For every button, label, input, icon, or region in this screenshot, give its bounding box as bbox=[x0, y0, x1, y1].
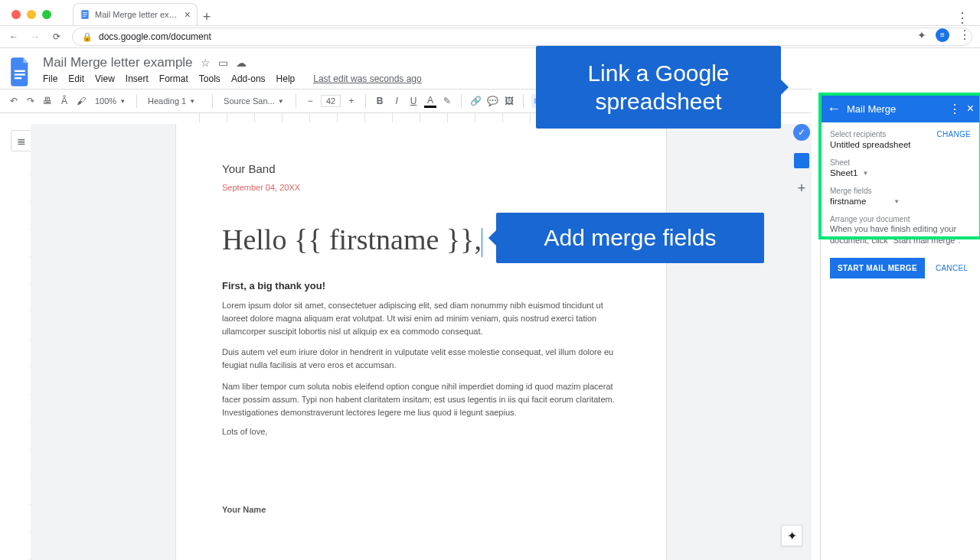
document-canvas[interactable]: Your Band September 04, 20XX Hello {{ fi… bbox=[31, 124, 812, 560]
change-spreadsheet-button[interactable]: CHANGE bbox=[936, 130, 971, 138]
redo-icon[interactable]: ↷ bbox=[24, 96, 37, 106]
omnibox[interactable]: 🔒 docs.google.com/document bbox=[72, 28, 972, 46]
doc-band: Your Band bbox=[222, 162, 620, 175]
print-icon[interactable]: 🖶 bbox=[41, 96, 54, 106]
menu-tools[interactable]: Tools bbox=[199, 73, 220, 84]
paint-format-icon[interactable]: 🖌 bbox=[75, 96, 87, 106]
font-size-dec[interactable]: − bbox=[304, 96, 316, 106]
text-color-button[interactable]: A bbox=[424, 95, 436, 108]
sidebar-title: Mail Merge bbox=[847, 103, 942, 115]
arrange-label: Arrange your document bbox=[830, 215, 971, 223]
spellcheck-icon[interactable]: Ã bbox=[58, 96, 70, 106]
recipients-value: Untitled spreadsheet bbox=[830, 140, 971, 149]
nav-reload-icon[interactable]: ⟳ bbox=[51, 31, 63, 42]
doc-subheading: First, a big thank you! bbox=[222, 280, 620, 291]
sidebar-close-icon[interactable]: × bbox=[967, 102, 974, 116]
sidebar-header: ← Mail Merge ⋮ × bbox=[821, 95, 980, 122]
bold-button[interactable]: B bbox=[374, 96, 386, 106]
menu-help[interactable]: Help bbox=[276, 73, 296, 84]
svg-rect-5 bbox=[15, 73, 25, 75]
highlight-button[interactable]: ✎ bbox=[441, 96, 453, 106]
profile-badge-icon[interactable]: ≡ bbox=[936, 28, 949, 42]
menu-edit[interactable]: Edit bbox=[68, 73, 84, 84]
browser-right-icons: ✦ ≡ ⋮ bbox=[917, 28, 971, 42]
edit-status[interactable]: Last edit was seconds ago bbox=[313, 73, 421, 84]
google-docs-logo[interactable] bbox=[9, 57, 32, 87]
merge-fields-select[interactable]: firstname▼ bbox=[830, 197, 971, 206]
svg-rect-2 bbox=[83, 14, 87, 15]
callout-add-merge-fields: Add merge fields bbox=[496, 213, 764, 263]
browser-tab-title: Mail Merge letter example - Go bbox=[95, 10, 180, 19]
sheet-select[interactable]: Sheet1▼ bbox=[830, 168, 971, 177]
star-icon[interactable]: ☆ bbox=[201, 57, 211, 69]
nav-back-icon[interactable]: ← bbox=[8, 31, 20, 42]
zoom-select[interactable]: 100%▼ bbox=[92, 95, 129, 107]
start-mail-merge-button[interactable]: START MAIL MERGE bbox=[830, 258, 925, 278]
docs-menu-bar: File Edit View Insert Format Tools Add-o… bbox=[43, 73, 422, 84]
menu-view[interactable]: View bbox=[95, 73, 115, 84]
svg-rect-1 bbox=[83, 12, 87, 13]
window-close-dot[interactable] bbox=[11, 10, 21, 19]
lock-icon: 🔒 bbox=[82, 32, 93, 42]
insert-link-icon[interactable]: 🔗 bbox=[469, 96, 482, 106]
merge-fields-label: Merge fields bbox=[830, 187, 971, 195]
cancel-button[interactable]: CANCEL bbox=[936, 264, 968, 272]
doc-signoff: Lots of love, bbox=[222, 427, 620, 436]
font-select[interactable]: Source San...▼ bbox=[220, 95, 288, 107]
chevron-down-icon: ▼ bbox=[862, 170, 868, 177]
mail-merge-sidebar: ← Mail Merge ⋮ × CHANGE Select recipient… bbox=[820, 95, 980, 560]
mac-window-controls bbox=[11, 10, 51, 19]
doc-date: September 04, 20XX bbox=[222, 183, 620, 192]
browser-tab-strip: Mail Merge letter example - Go × + bbox=[73, 4, 216, 25]
docs-companion-icon[interactable] bbox=[794, 153, 809, 168]
menu-addons[interactable]: Add-ons bbox=[231, 73, 266, 84]
doc-paragraph: Nam liber tempor cum soluta nobis eleife… bbox=[222, 380, 620, 419]
document-page[interactable]: Your Band September 04, 20XX Hello {{ fi… bbox=[176, 124, 666, 560]
callout-link-spreadsheet: Link a Google spreadsheet bbox=[536, 46, 781, 129]
nav-forward-icon[interactable]: → bbox=[29, 31, 41, 42]
browser-overflow-icon[interactable]: ⋮ bbox=[956, 9, 969, 26]
omnibox-url: docs.google.com/document bbox=[99, 31, 211, 42]
doc-footer-name: Your Name bbox=[222, 505, 620, 514]
browser-menu-icon[interactable]: ⋮ bbox=[959, 28, 971, 42]
menu-file[interactable]: File bbox=[43, 73, 57, 84]
sidebar-more-icon[interactable]: ⋮ bbox=[949, 102, 961, 116]
document-outline-button[interactable]: ≣ bbox=[11, 130, 32, 151]
svg-rect-3 bbox=[83, 16, 86, 17]
window-zoom-dot[interactable] bbox=[42, 10, 51, 19]
menu-format[interactable]: Format bbox=[159, 73, 188, 84]
sheet-label: Sheet bbox=[830, 158, 971, 167]
docs-favicon-icon bbox=[80, 9, 90, 20]
font-size-inc[interactable]: + bbox=[345, 96, 358, 106]
window-minimize-dot[interactable] bbox=[27, 10, 36, 19]
browser-tab-active[interactable]: Mail Merge letter example - Go × bbox=[73, 3, 198, 25]
sidebar-help-text: When you have finish editing your docume… bbox=[830, 223, 971, 247]
insert-image-icon[interactable]: 🖼 bbox=[503, 96, 515, 106]
paragraph-style-select[interactable]: Heading 1▼ bbox=[145, 95, 204, 107]
extensions-icon[interactable]: ✦ bbox=[917, 29, 926, 41]
italic-button[interactable]: I bbox=[390, 96, 403, 106]
move-icon[interactable]: ▭ bbox=[218, 57, 228, 69]
keep-companion-icon[interactable]: ✓ bbox=[793, 124, 810, 141]
font-size-input[interactable]: 42 bbox=[321, 95, 341, 107]
svg-rect-6 bbox=[15, 77, 21, 79]
svg-rect-4 bbox=[15, 70, 25, 72]
chevron-down-icon: ▼ bbox=[893, 198, 900, 205]
underline-button[interactable]: U bbox=[407, 96, 420, 106]
browser-address-bar: ← → ⟳ 🔒 docs.google.com/document bbox=[0, 25, 980, 48]
add-comment-icon[interactable]: 💬 bbox=[486, 96, 498, 106]
doc-title[interactable]: Mail Merge letter example bbox=[43, 55, 193, 70]
cloud-status-icon[interactable]: ☁ bbox=[236, 57, 247, 69]
undo-icon[interactable]: ↶ bbox=[8, 96, 20, 106]
new-tab-button[interactable]: + bbox=[198, 9, 216, 25]
menu-insert[interactable]: Insert bbox=[126, 73, 149, 84]
tab-close-icon[interactable]: × bbox=[185, 8, 191, 21]
explore-button[interactable]: ✦ bbox=[781, 525, 802, 546]
add-companion-icon[interactable]: + bbox=[798, 181, 806, 197]
sidebar-back-icon[interactable]: ← bbox=[827, 101, 841, 117]
doc-paragraph: Duis autem vel eum iriure dolor in hendr… bbox=[222, 346, 620, 372]
doc-paragraph: Lorem ipsum dolor sit amet, consectetuer… bbox=[222, 299, 620, 338]
